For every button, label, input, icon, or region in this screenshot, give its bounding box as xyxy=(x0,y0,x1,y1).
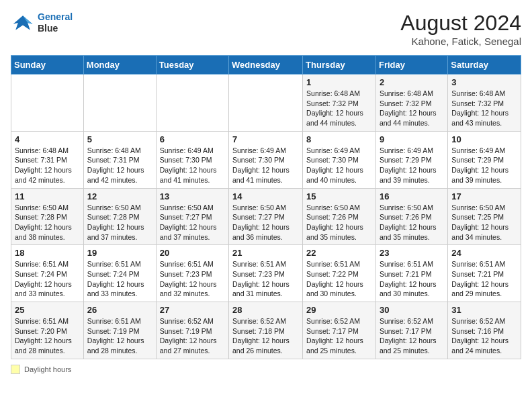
day-info: Sunrise: 6:48 AM Sunset: 7:31 PM Dayligh… xyxy=(87,146,152,185)
day-number: 16 xyxy=(380,191,444,201)
month-year-title: August 2024 xyxy=(400,11,521,36)
calendar-cell: 12Sunrise: 6:50 AM Sunset: 7:28 PM Dayli… xyxy=(83,188,156,245)
day-info: Sunrise: 6:52 AM Sunset: 7:19 PM Dayligh… xyxy=(160,316,225,356)
day-number: 21 xyxy=(232,248,299,258)
calendar-cell: 27Sunrise: 6:52 AM Sunset: 7:19 PM Dayli… xyxy=(156,302,228,359)
day-info: Sunrise: 6:51 AM Sunset: 7:21 PM Dayligh… xyxy=(380,259,444,299)
day-info: Sunrise: 6:52 AM Sunset: 7:18 PM Dayligh… xyxy=(232,316,299,356)
location-subtitle: Kahone, Fatick, Senegal xyxy=(400,36,521,47)
calendar-cell: 11Sunrise: 6:50 AM Sunset: 7:28 PM Dayli… xyxy=(11,188,84,245)
day-info: Sunrise: 6:50 AM Sunset: 7:27 PM Dayligh… xyxy=(232,203,299,242)
day-info: Sunrise: 6:51 AM Sunset: 7:22 PM Dayligh… xyxy=(306,259,372,299)
day-number: 18 xyxy=(15,248,80,258)
day-info: Sunrise: 6:51 AM Sunset: 7:20 PM Dayligh… xyxy=(15,316,80,356)
weekday-header-friday: Friday xyxy=(375,56,447,75)
day-info: Sunrise: 6:51 AM Sunset: 7:24 PM Dayligh… xyxy=(15,259,80,299)
calendar-cell: 6Sunrise: 6:49 AM Sunset: 7:30 PM Daylig… xyxy=(156,131,228,188)
page-header: General Blue August 2024 Kahone, Fatick,… xyxy=(11,11,521,47)
calendar-cell: 31Sunrise: 6:52 AM Sunset: 7:16 PM Dayli… xyxy=(448,302,521,359)
day-number: 8 xyxy=(306,134,372,144)
calendar-cell: 10Sunrise: 6:49 AM Sunset: 7:29 PM Dayli… xyxy=(448,131,521,188)
calendar-cell: 8Sunrise: 6:49 AM Sunset: 7:30 PM Daylig… xyxy=(303,131,376,188)
weekday-header-wednesday: Wednesday xyxy=(229,56,303,75)
day-number: 10 xyxy=(451,134,517,144)
week-row-1: 1Sunrise: 6:48 AM Sunset: 7:32 PM Daylig… xyxy=(11,75,521,132)
day-info: Sunrise: 6:49 AM Sunset: 7:30 PM Dayligh… xyxy=(232,146,299,185)
calendar-cell: 9Sunrise: 6:49 AM Sunset: 7:29 PM Daylig… xyxy=(375,131,447,188)
calendar-cell: 13Sunrise: 6:50 AM Sunset: 7:27 PM Dayli… xyxy=(156,188,228,245)
daylight-legend-label: Daylight hours xyxy=(24,365,71,373)
day-info: Sunrise: 6:50 AM Sunset: 7:26 PM Dayligh… xyxy=(306,203,372,242)
calendar-cell: 15Sunrise: 6:50 AM Sunset: 7:26 PM Dayli… xyxy=(303,188,376,245)
logo-icon xyxy=(11,11,35,35)
calendar-cell: 26Sunrise: 6:51 AM Sunset: 7:19 PM Dayli… xyxy=(83,302,156,359)
calendar-cell: 17Sunrise: 6:50 AM Sunset: 7:25 PM Dayli… xyxy=(448,188,521,245)
calendar-cell: 3Sunrise: 6:48 AM Sunset: 7:32 PM Daylig… xyxy=(448,75,521,132)
day-number: 13 xyxy=(160,191,225,201)
weekday-header-sunday: Sunday xyxy=(11,56,84,75)
day-number: 26 xyxy=(87,305,152,315)
calendar-cell: 21Sunrise: 6:51 AM Sunset: 7:23 PM Dayli… xyxy=(229,245,303,302)
day-number: 2 xyxy=(380,77,444,87)
day-number: 12 xyxy=(87,191,152,201)
day-number: 29 xyxy=(306,305,372,315)
calendar-cell: 2Sunrise: 6:48 AM Sunset: 7:32 PM Daylig… xyxy=(375,75,447,132)
logo-line2: Blue xyxy=(38,23,73,34)
calendar-cell: 1Sunrise: 6:48 AM Sunset: 7:32 PM Daylig… xyxy=(303,75,376,132)
day-number: 3 xyxy=(451,77,517,87)
calendar-cell: 14Sunrise: 6:50 AM Sunset: 7:27 PM Dayli… xyxy=(229,188,303,245)
day-number: 19 xyxy=(87,248,152,258)
calendar-cell xyxy=(11,75,84,132)
calendar-cell: 23Sunrise: 6:51 AM Sunset: 7:21 PM Dayli… xyxy=(375,245,447,302)
calendar-cell: 25Sunrise: 6:51 AM Sunset: 7:20 PM Dayli… xyxy=(11,302,84,359)
week-row-2: 4Sunrise: 6:48 AM Sunset: 7:31 PM Daylig… xyxy=(11,131,521,188)
day-info: Sunrise: 6:49 AM Sunset: 7:30 PM Dayligh… xyxy=(306,146,372,185)
day-number: 11 xyxy=(15,191,80,201)
logo: General Blue xyxy=(11,11,73,35)
calendar-table: SundayMondayTuesdayWednesdayThursdayFrid… xyxy=(11,55,521,359)
calendar-cell: 24Sunrise: 6:51 AM Sunset: 7:21 PM Dayli… xyxy=(448,245,521,302)
weekday-header-saturday: Saturday xyxy=(448,56,521,75)
day-info: Sunrise: 6:50 AM Sunset: 7:28 PM Dayligh… xyxy=(15,203,80,242)
calendar-cell: 22Sunrise: 6:51 AM Sunset: 7:22 PM Dayli… xyxy=(303,245,376,302)
weekday-header-row: SundayMondayTuesdayWednesdayThursdayFrid… xyxy=(11,56,521,75)
day-info: Sunrise: 6:52 AM Sunset: 7:16 PM Dayligh… xyxy=(451,316,517,356)
weekday-header-tuesday: Tuesday xyxy=(156,56,228,75)
day-number: 7 xyxy=(232,134,299,144)
calendar-cell: 5Sunrise: 6:48 AM Sunset: 7:31 PM Daylig… xyxy=(83,131,156,188)
calendar-cell: 29Sunrise: 6:52 AM Sunset: 7:17 PM Dayli… xyxy=(303,302,376,359)
day-info: Sunrise: 6:48 AM Sunset: 7:32 PM Dayligh… xyxy=(306,89,372,128)
day-info: Sunrise: 6:49 AM Sunset: 7:29 PM Dayligh… xyxy=(380,146,444,185)
day-number: 1 xyxy=(306,77,372,87)
week-row-5: 25Sunrise: 6:51 AM Sunset: 7:20 PM Dayli… xyxy=(11,302,521,359)
day-info: Sunrise: 6:49 AM Sunset: 7:30 PM Dayligh… xyxy=(160,146,225,185)
calendar-cell: 4Sunrise: 6:48 AM Sunset: 7:31 PM Daylig… xyxy=(11,131,84,188)
day-info: Sunrise: 6:51 AM Sunset: 7:24 PM Dayligh… xyxy=(87,259,152,299)
day-number: 5 xyxy=(87,134,152,144)
calendar-cell: 28Sunrise: 6:52 AM Sunset: 7:18 PM Dayli… xyxy=(229,302,303,359)
day-info: Sunrise: 6:48 AM Sunset: 7:32 PM Dayligh… xyxy=(380,89,444,128)
day-info: Sunrise: 6:50 AM Sunset: 7:27 PM Dayligh… xyxy=(160,203,225,242)
logo-line1: General xyxy=(38,11,73,22)
calendar-cell xyxy=(229,75,303,132)
day-info: Sunrise: 6:48 AM Sunset: 7:32 PM Dayligh… xyxy=(451,89,517,128)
day-number: 20 xyxy=(160,248,225,258)
day-number: 24 xyxy=(451,248,517,258)
day-number: 25 xyxy=(15,305,80,315)
day-info: Sunrise: 6:50 AM Sunset: 7:25 PM Dayligh… xyxy=(451,203,517,242)
day-info: Sunrise: 6:51 AM Sunset: 7:23 PM Dayligh… xyxy=(232,259,299,299)
day-info: Sunrise: 6:51 AM Sunset: 7:21 PM Dayligh… xyxy=(451,259,517,299)
week-row-4: 18Sunrise: 6:51 AM Sunset: 7:24 PM Dayli… xyxy=(11,245,521,302)
day-number: 9 xyxy=(380,134,444,144)
day-number: 28 xyxy=(232,305,299,315)
day-number: 6 xyxy=(160,134,225,144)
day-number: 23 xyxy=(380,248,444,258)
calendar-cell: 7Sunrise: 6:49 AM Sunset: 7:30 PM Daylig… xyxy=(229,131,303,188)
day-info: Sunrise: 6:52 AM Sunset: 7:17 PM Dayligh… xyxy=(306,316,372,356)
day-number: 31 xyxy=(451,305,517,315)
logo-text: General Blue xyxy=(38,11,73,34)
daylight-legend-box xyxy=(11,365,20,374)
calendar-cell: 20Sunrise: 6:51 AM Sunset: 7:23 PM Dayli… xyxy=(156,245,228,302)
day-info: Sunrise: 6:50 AM Sunset: 7:26 PM Dayligh… xyxy=(380,203,444,242)
day-number: 22 xyxy=(306,248,372,258)
